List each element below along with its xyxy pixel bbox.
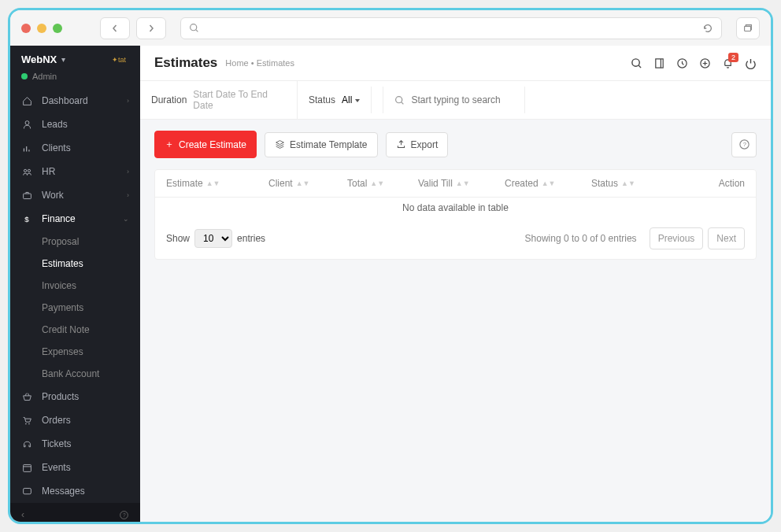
help-icon[interactable]: ? — [119, 510, 129, 520]
sidebar-item-label: Clients — [42, 142, 71, 153]
sidebar-item-label: HR — [42, 166, 55, 177]
calendar-icon — [21, 463, 32, 473]
col-status[interactable]: Status▲▼ — [591, 178, 670, 189]
sidebar-item-orders[interactable]: Orders — [10, 408, 140, 432]
help-button[interactable]: ? — [731, 132, 757, 157]
search-icon[interactable] — [631, 57, 642, 69]
close-window[interactable] — [21, 24, 31, 33]
sidebar-item-clients[interactable]: Clients — [10, 136, 140, 160]
sidebar-item-label: Dashboard — [42, 95, 88, 106]
plus-circle-icon[interactable] — [699, 57, 711, 69]
brand-row[interactable]: WebNX ▾ ✦tat — [10, 46, 140, 72]
minimize-window[interactable] — [37, 24, 46, 33]
content-area: ＋ Create Estimate Estimate Template Expo… — [140, 120, 771, 522]
reload-icon[interactable] — [702, 23, 713, 34]
tabs-button[interactable] — [736, 17, 760, 39]
estimate-template-button[interactable]: Estimate Template — [265, 132, 378, 157]
duration-filter[interactable]: Duration Start Date To End Date — [140, 81, 298, 119]
sidebar-item-label: Events — [42, 462, 71, 473]
nav-buttons — [100, 17, 166, 39]
sidebar-item-products[interactable]: Products — [10, 385, 140, 408]
sidebar-item-label: Tickets — [42, 438, 72, 449]
svg-point-21 — [396, 96, 402, 102]
sidebar-item-tickets[interactable]: Tickets — [10, 432, 140, 456]
svg-line-22 — [402, 102, 403, 103]
next-button[interactable]: Next — [708, 227, 745, 249]
export-button[interactable]: Export — [386, 132, 449, 157]
sidebar-item-label: Products — [42, 391, 79, 402]
sub-item-expenses[interactable]: Expenses — [10, 341, 140, 363]
search-input[interactable] — [411, 94, 513, 105]
col-valid-till[interactable]: Valid Till▲▼ — [418, 178, 505, 189]
entries-info: Showing 0 to 0 of 0 entries — [525, 233, 637, 244]
window-controls — [21, 24, 62, 33]
sub-item-estimates[interactable]: Estimates — [10, 253, 140, 275]
headset-icon — [21, 439, 32, 449]
sub-item-proposal[interactable]: Proposal — [10, 231, 140, 253]
sort-icon: ▲▼ — [621, 180, 635, 187]
previous-button[interactable]: Previous — [650, 227, 704, 249]
svg-text:?: ? — [123, 512, 126, 517]
table-footer: Show 10 entries Showing 0 to 0 of 0 entr… — [155, 218, 756, 259]
svg-point-8 — [25, 423, 27, 424]
briefcase-icon — [21, 190, 32, 201]
chart-icon — [21, 143, 32, 153]
status-filter[interactable]: Status All — [298, 87, 372, 113]
search-cell — [383, 87, 525, 113]
sort-icon: ▲▼ — [370, 180, 384, 187]
status-dot — [21, 73, 28, 79]
note-icon[interactable] — [653, 57, 665, 69]
button-label: Estimate Template — [290, 139, 368, 150]
create-estimate-button[interactable]: ＋ Create Estimate — [154, 131, 257, 158]
sidebar-item-work[interactable]: Work › — [10, 183, 140, 207]
breadcrumb: Home • Estimates — [225, 58, 294, 68]
header-icons: 2 — [631, 57, 757, 69]
sidebar-item-events[interactable]: Events — [10, 456, 140, 479]
page-size-select[interactable]: 10 — [194, 229, 232, 248]
sidebar-item-label: Leads — [42, 119, 68, 130]
person-icon — [21, 120, 32, 130]
col-client[interactable]: Client▲▼ — [268, 178, 347, 189]
collapse-icon[interactable]: ‹ — [21, 509, 24, 520]
sidebar-item-leads[interactable]: Leads — [10, 113, 140, 136]
people-icon — [21, 167, 32, 177]
address-bar[interactable] — [180, 17, 722, 39]
forward-button[interactable] — [136, 17, 166, 39]
empty-row: No data available in table — [155, 198, 756, 218]
sort-icon: ▲▼ — [296, 180, 310, 187]
svg-point-3 — [25, 120, 29, 124]
sidebar-item-finance[interactable]: $ Finance ⌄ — [10, 207, 140, 231]
svg-point-9 — [28, 423, 30, 424]
col-created[interactable]: Created▲▼ — [505, 178, 591, 189]
bell-icon[interactable]: 2 — [722, 57, 734, 69]
home-icon — [21, 96, 32, 106]
button-label: Export — [411, 139, 439, 150]
maximize-window[interactable] — [53, 24, 62, 33]
svg-rect-17 — [656, 58, 663, 67]
sidebar-item-dashboard[interactable]: Dashboard › — [10, 89, 140, 113]
back-button[interactable] — [100, 17, 130, 39]
filter-placeholder: Start Date To End Date — [193, 89, 286, 111]
sort-icon: ▲▼ — [206, 180, 220, 187]
sub-item-credit-note[interactable]: Credit Note — [10, 319, 140, 341]
chevron-down-icon: ⌄ — [123, 215, 129, 223]
export-icon — [396, 139, 406, 150]
sub-item-bank-account[interactable]: Bank Account — [10, 363, 140, 385]
layers-icon — [275, 139, 285, 150]
sidebar-item-hr[interactable]: HR › — [10, 160, 140, 183]
button-label: Create Estimate — [179, 139, 246, 150]
svg-rect-12 — [23, 488, 31, 493]
status-value: All — [342, 94, 360, 105]
clock-icon[interactable] — [676, 57, 688, 69]
sub-item-invoices[interactable]: Invoices — [10, 275, 140, 297]
sidebar-item-messages[interactable]: Messages — [10, 479, 140, 503]
col-total[interactable]: Total▲▼ — [347, 178, 418, 189]
power-icon[interactable] — [745, 57, 757, 69]
filter-label: Duration — [151, 94, 187, 105]
col-estimate[interactable]: Estimate▲▼ — [166, 178, 268, 189]
col-action: Action — [670, 178, 745, 189]
brand-logo: ✦tat — [112, 56, 129, 64]
browser-window: WebNX ▾ ✦tat Admin Dashboard › Leads Cli… — [8, 8, 773, 524]
chevron-right-icon: › — [127, 191, 129, 199]
sub-item-payments[interactable]: Payments — [10, 297, 140, 319]
